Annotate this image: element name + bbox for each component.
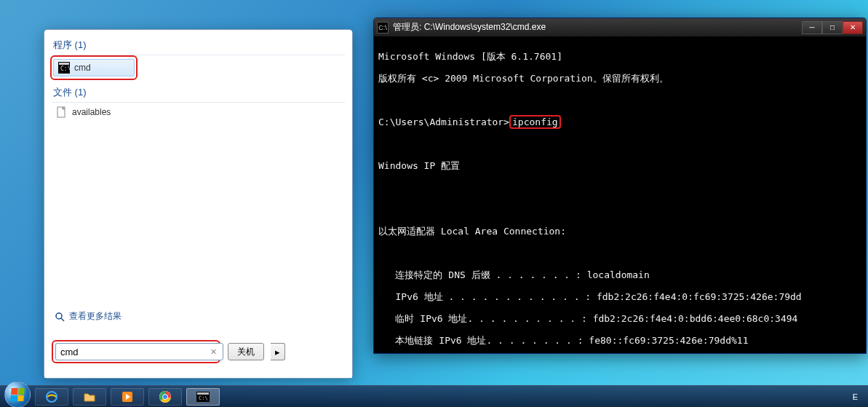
search-result-availables[interactable]: availables	[52, 104, 345, 120]
maximize-button[interactable]: □	[822, 21, 843, 34]
start-search-input[interactable]	[55, 343, 223, 360]
svg-text:C:\: C:\	[199, 395, 208, 401]
cmd-line: 临时 IPv6 地址. . . . . . . . . . : fdb2:2c2…	[378, 313, 861, 324]
cmd-line: Windows IP 配置	[378, 160, 861, 171]
close-icon: ✕	[850, 23, 856, 31]
start-menu-bottom-row: ✕ 关机 ▸	[52, 336, 345, 368]
cmd-line	[378, 248, 861, 258]
svg-rect-12	[197, 392, 209, 395]
programs-category-header: 程序 (1)	[52, 36, 345, 55]
taskbar-item-media[interactable]	[111, 388, 144, 406]
cmd-icon: C:\	[196, 392, 210, 402]
taskbar-item-explorer[interactable]	[73, 388, 106, 406]
folder-icon	[83, 390, 96, 403]
taskbar-item-ie[interactable]	[35, 388, 68, 406]
cmd-icon: C:\	[58, 62, 70, 74]
file-icon	[56, 106, 68, 118]
minimize-icon: ─	[809, 23, 814, 31]
cmd-line: 版权所有 <c> 2009 Microsoft Corporation。保留所有…	[378, 73, 861, 84]
taskbar-tray[interactable]: E	[847, 392, 864, 401]
start-menu-panel: 程序 (1) C:\ cmd 文件 (1) availables 查看更多结果 …	[44, 29, 353, 379]
cmd-window: C:\ 管理员: C:\Windows\system32\cmd.exe ─ □…	[373, 17, 867, 354]
highlight-box-search-input: ✕	[52, 340, 220, 363]
cmd-line	[378, 95, 861, 106]
shutdown-button[interactable]: 关机	[228, 343, 264, 360]
taskbar: C:\ E	[0, 385, 868, 407]
cmd-line: 本地链接 IPv6 地址. . . . . . . . : fe80::fc69…	[378, 335, 861, 346]
ie-icon	[45, 390, 58, 403]
cmd-line-prompt: C:\Users\Administrator>ipconfig	[378, 116, 861, 127]
cmd-output[interactable]: Microsoft Windows [版本 6.1.7601] 版权所有 <c>…	[374, 37, 866, 353]
cmd-window-title: 管理员: C:\Windows\system32\cmd.exe	[393, 21, 797, 33]
cmd-line: 以太网适配器 Local Area Connection:	[378, 226, 861, 237]
svg-point-10	[163, 394, 168, 399]
window-control-buttons: ─ □ ✕	[802, 21, 863, 34]
maximize-icon: □	[830, 23, 835, 31]
windows-logo-icon	[10, 388, 25, 401]
media-player-icon	[121, 390, 134, 403]
see-more-results-label: 查看更多结果	[69, 310, 122, 323]
search-icon	[55, 312, 65, 322]
cmd-line: Microsoft Windows [版本 6.1.7601]	[378, 51, 861, 62]
svg-text:C:\: C:\	[60, 66, 70, 72]
shutdown-label: 关机	[237, 346, 255, 358]
highlight-box-cmd-result: C:\ cmd	[50, 55, 138, 80]
close-button[interactable]: ✕	[843, 21, 863, 34]
files-category-header: 文件 (1)	[52, 83, 345, 103]
svg-rect-1	[59, 63, 69, 65]
cmd-line	[378, 204, 861, 215]
search-result-label: availables	[72, 107, 111, 117]
cmd-line	[378, 182, 861, 193]
chevron-right-icon: ▸	[275, 347, 280, 357]
cmd-line	[378, 138, 861, 149]
search-result-label: cmd	[74, 63, 91, 73]
see-more-results-link[interactable]: 查看更多结果	[55, 310, 122, 323]
search-result-cmd[interactable]: C:\ cmd	[53, 59, 135, 76]
chrome-icon	[159, 390, 172, 403]
cmd-line: 连接特定的 DNS 后缀 . . . . . . . : localdomain	[378, 269, 861, 280]
highlight-box-ipconfig: ipconfig	[509, 115, 561, 129]
tray-language-indicator: E	[853, 392, 858, 401]
svg-line-5	[61, 318, 64, 321]
svg-point-4	[56, 313, 62, 319]
minimize-button[interactable]: ─	[802, 21, 822, 34]
shutdown-options-button[interactable]: ▸	[271, 343, 285, 360]
taskbar-item-chrome[interactable]	[148, 388, 182, 406]
cmd-window-icon: C:\	[377, 22, 389, 33]
clear-search-icon[interactable]: ✕	[210, 347, 217, 357]
cmd-titlebar[interactable]: C:\ 管理员: C:\Windows\system32\cmd.exe ─ □…	[374, 18, 866, 37]
start-menu-results: 程序 (1) C:\ cmd 文件 (1) availables	[44, 30, 352, 378]
taskbar-item-cmd[interactable]: C:\	[186, 388, 220, 406]
start-button[interactable]	[4, 382, 31, 408]
cmd-line: IPv6 地址 . . . . . . . . . . . . : fdb2:2…	[378, 291, 861, 302]
